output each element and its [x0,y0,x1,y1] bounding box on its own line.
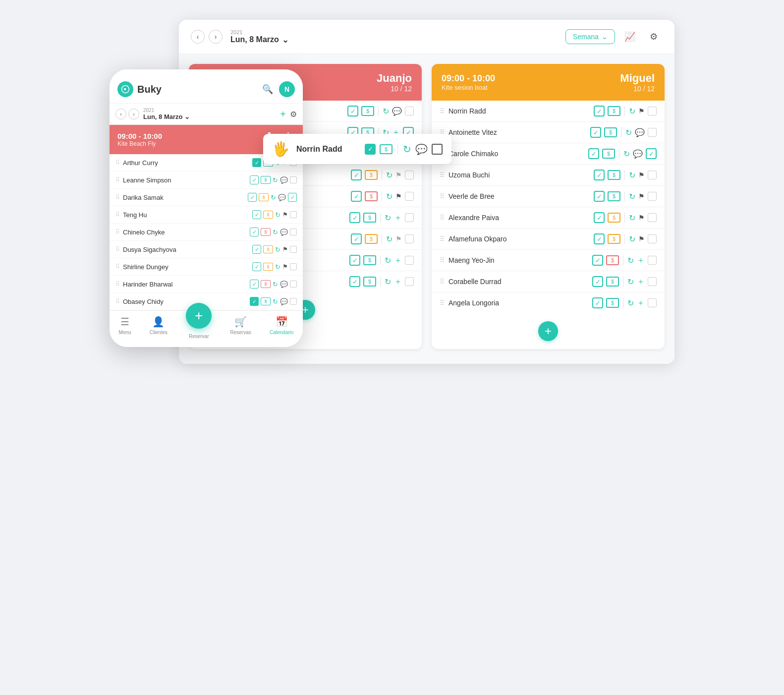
checkbox[interactable] [290,246,297,253]
prev-arrow[interactable]: ‹ [191,30,205,44]
chat-icon[interactable]: 💬 [280,281,288,288]
drag-handle[interactable]: ⠿ [115,176,120,183]
drag-handle[interactable]: ⠿ [440,107,445,115]
check-icon[interactable]: ✓ [347,106,358,116]
flag-icon[interactable]: ⚑ [638,214,645,222]
check-icon[interactable]: ✓ [349,276,360,287]
payment-icon[interactable]: $ [263,211,273,219]
flag-icon[interactable]: ⚑ [638,107,645,115]
checkbox[interactable] [290,211,297,218]
checkbox[interactable] [290,229,297,235]
drag-handle[interactable]: ⠿ [440,256,445,264]
checkbox[interactable] [405,234,414,243]
payment-icon[interactable]: $ [606,298,619,308]
check-icon[interactable]: ✓ [594,212,605,223]
settings-icon[interactable]: ⚙ [645,28,663,46]
drag-handle[interactable]: ⠿ [115,246,120,253]
chat-icon[interactable]: 💬 [278,194,286,201]
refresh-icon[interactable]: ↻ [629,213,635,223]
check-icon[interactable]: ✓ [252,245,261,254]
payment-icon[interactable]: $ [608,234,620,244]
tooltip-check-icon[interactable]: ✓ [365,144,376,155]
refresh-icon[interactable]: ↻ [273,229,278,236]
chat-icon[interactable]: 💬 [280,229,288,236]
add-icon[interactable]: ＋ [394,277,402,287]
check-icon[interactable]: ✓ [252,262,261,271]
chat-icon[interactable]: 💬 [280,298,288,305]
check-icon[interactable]: ✓ [594,191,605,202]
check-filled[interactable]: ✓ [646,148,657,159]
flag-icon[interactable]: ⚑ [395,235,402,243]
refresh-icon[interactable]: ↻ [386,171,392,180]
drag-handle[interactable]: ⠿ [440,235,445,243]
check-filled[interactable]: ✓ [288,193,297,202]
check-icon[interactable]: ✓ [349,212,360,223]
refresh-icon[interactable]: ↻ [627,256,634,265]
payment-icon[interactable]: $ [259,193,269,201]
drag-handle[interactable]: ⠿ [115,229,120,235]
payment-icon[interactable]: $ [261,297,271,305]
checkbox[interactable] [290,176,297,183]
drag-handle[interactable]: ⠿ [115,159,120,166]
next-arrow[interactable]: › [209,30,223,44]
payment-icon[interactable]: $ [363,255,376,265]
payment-icon[interactable]: $ [361,106,374,116]
drag-handle[interactable]: ⠿ [440,214,445,222]
payment-icon[interactable]: $ [261,280,271,288]
payment-icon[interactable]: $ [363,277,376,287]
checkbox[interactable] [648,171,657,179]
refresh-icon[interactable]: ↻ [386,192,392,201]
flag-icon[interactable]: ⚑ [638,192,645,200]
tooltip-checkbox[interactable] [432,144,443,155]
refresh-icon[interactable]: ↻ [275,246,280,253]
drag-handle[interactable]: ⠿ [440,299,445,307]
checkbox[interactable] [648,277,657,286]
checkbox[interactable] [290,281,297,288]
mobile-nav-reservar[interactable]: + Reservar [186,316,212,339]
checkbox[interactable] [648,234,657,243]
flag-icon[interactable]: ⚑ [638,171,645,179]
payment-icon[interactable]: $ [608,170,620,180]
drag-handle[interactable]: ⠿ [115,263,120,270]
drag-handle[interactable]: ⠿ [440,171,445,179]
drag-handle[interactable]: ⠿ [115,281,120,288]
payment-icon[interactable]: $ [606,277,619,287]
chart-icon[interactable]: 📈 [621,28,639,46]
checkbox[interactable] [405,192,414,201]
check-icon[interactable]: ✓ [252,210,261,219]
mobile-next-arrow[interactable]: › [128,109,139,119]
checkbox[interactable] [648,213,657,222]
tooltip-chat-icon[interactable]: 💬 [415,143,428,155]
tooltip-payment-icon[interactable]: $ [380,144,392,154]
payment-icon[interactable]: $ [365,234,378,244]
payment-icon[interactable]: $ [263,263,273,271]
mobile-nav-calendario[interactable]: 📅 Calendario [270,316,293,339]
check-icon[interactable]: ✓ [250,228,259,236]
refresh-icon[interactable]: ↻ [275,211,280,219]
refresh-icon[interactable]: ↻ [623,149,630,159]
refresh-icon[interactable]: ↻ [386,234,392,244]
check-icon[interactable]: ✓ [250,175,259,184]
flag-icon[interactable]: ⚑ [638,235,645,243]
drag-handle[interactable]: ⠿ [115,194,120,201]
add-icon[interactable]: ＋ [394,255,402,266]
refresh-icon[interactable]: ↻ [273,176,278,184]
check-icon[interactable]: ✓ [590,127,601,138]
add-participant-button-2[interactable]: + [538,321,558,341]
checkbox[interactable] [648,256,657,265]
payment-icon[interactable]: $ [263,245,273,253]
check-icon[interactable]: ✓ [252,158,261,167]
flag-icon[interactable]: ⚑ [395,192,402,200]
payment-icon[interactable]: $ [608,191,620,201]
checkbox[interactable] [405,171,414,179]
refresh-icon[interactable]: ↻ [627,277,634,287]
semana-button[interactable]: Semana ⌄ [565,29,615,44]
drag-handle[interactable]: ⠿ [440,192,445,200]
mobile-add-button[interactable]: + [280,109,286,120]
refresh-icon[interactable]: ↻ [383,107,389,116]
check-icon[interactable]: ✓ [592,255,603,266]
checkbox[interactable] [648,192,657,201]
checkbox[interactable] [405,277,414,286]
refresh-icon[interactable]: ↻ [273,298,278,305]
refresh-icon[interactable]: ↻ [629,171,635,180]
